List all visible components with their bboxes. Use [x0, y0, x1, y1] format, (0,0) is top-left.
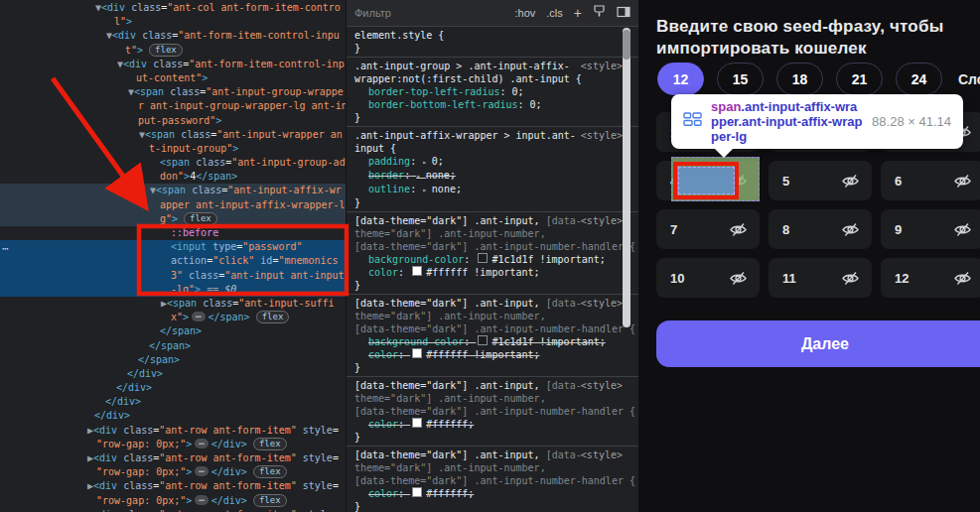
css-selector[interactable]: wrapper:not(:first-child) .ant-input {: [354, 72, 630, 85]
dom-tree-line[interactable]: put-password">: [0, 114, 346, 128]
seed-word-cell[interactable]: 8: [769, 209, 872, 249]
dom-tree-line[interactable]: </span>: [0, 324, 346, 338]
dom-tree-line[interactable]: ▶<div class="ant-row ant-form-item" styl…: [0, 508, 346, 512]
ellipsis-expand-button[interactable]: ⋯: [195, 439, 208, 448]
scrollbar-thumb[interactable]: [623, 30, 630, 60]
color-swatch[interactable]: [478, 253, 488, 263]
word-count-pill-24[interactable]: 24: [896, 63, 942, 95]
ellipsis-expand-button[interactable]: ⋯: [195, 466, 208, 476]
dom-tree-line[interactable]: -lg"> == $0: [0, 283, 346, 297]
css-property[interactable]: color: #ffffff;: [354, 487, 630, 500]
color-swatch[interactable]: [412, 348, 422, 358]
flex-badge[interactable]: flex: [184, 212, 217, 225]
css-selector[interactable]: [data-theme="dark"] .ant-input-number-ha…: [354, 474, 630, 487]
color-swatch[interactable]: [412, 266, 422, 276]
stylesheet-link[interactable]: <style>: [581, 448, 623, 461]
flex-badge[interactable]: flex: [253, 438, 287, 450]
color-swatch[interactable]: [478, 335, 488, 345]
dom-tree-line[interactable]: 3" class="ant-input ant-input: [0, 269, 346, 283]
dom-tree-line[interactable]: apper ant-input-affix-wrapper-l: [0, 198, 346, 212]
dom-tree-line[interactable]: <span class="ant-input-group-ad: [0, 156, 346, 170]
seed-word-cell[interactable]: 7: [656, 209, 760, 249]
dom-tree-line[interactable]: l">: [0, 15, 346, 29]
seed-word-cell[interactable]: 11: [769, 258, 872, 298]
word-count-pill-21[interactable]: 21: [836, 63, 883, 95]
css-property[interactable]: background-color: #1c1d1f !important;: [354, 335, 630, 348]
color-swatch[interactable]: [412, 418, 422, 428]
seed-word-cell[interactable]: 9: [881, 209, 980, 249]
seed-word-cell[interactable]: 6: [881, 161, 980, 200]
stylesheet-link[interactable]: <style>: [581, 129, 623, 142]
stylesheet-link[interactable]: <style>: [581, 60, 623, 72]
dom-tree-line[interactable]: ▼<span class="ant-input-group-wrappe: [0, 85, 346, 99]
css-selector[interactable]: theme="dark"] .ant-input-number,: [354, 461, 630, 474]
dom-tree-line[interactable]: "row-gap: 0px;">⋯</div>flex: [0, 494, 346, 508]
toggle-sidebar-icon[interactable]: [617, 6, 630, 21]
eye-invisible-icon[interactable]: [953, 172, 972, 191]
dom-tree-line[interactable]: "row-gap: 0px;">⋯</div>flex: [0, 465, 346, 479]
flex-badge[interactable]: flex: [149, 44, 183, 57]
dom-tree-line[interactable]: </span>: [0, 353, 346, 367]
dom-tree-line[interactable]: ▼<div class="ant-col ant-form-item-contr…: [0, 1, 346, 15]
dom-tree-line[interactable]: ut-content">: [0, 71, 346, 85]
rendering-emulation-icon[interactable]: [593, 5, 606, 21]
seed-word-cell[interactable]: 12: [881, 258, 980, 298]
dom-tree-line[interactable]: ▼<span class="ant-input-wrapper an: [0, 128, 346, 142]
dom-tree-line[interactable]: ▶<div class="ant-row ant-form-item" styl…: [0, 479, 346, 493]
eye-invisible-icon[interactable]: [841, 269, 860, 288]
dom-tree-line[interactable]: ▶<div class="ant-row ant-form-item" styl…: [0, 451, 346, 465]
word-count-pill-18[interactable]: 18: [776, 63, 823, 95]
word-count-pill-15[interactable]: 15: [717, 63, 764, 95]
color-swatch[interactable]: [412, 487, 422, 497]
dom-tree-line[interactable]: g">flex: [0, 212, 346, 226]
flex-badge[interactable]: flex: [253, 465, 287, 478]
stylesheet-link[interactable]: <style>: [581, 297, 623, 310]
eye-invisible-icon[interactable]: [953, 269, 972, 288]
dom-tree-line[interactable]: x">⋯</span>flex: [0, 311, 346, 324]
dom-tree-line[interactable]: </span>: [0, 339, 346, 353]
toggle-hover-state-button[interactable]: :hov: [515, 7, 536, 20]
css-property[interactable]: outline: ▸ none;: [354, 183, 630, 196]
ellipsis-expand-button[interactable]: ⋯: [192, 312, 205, 321]
css-property[interactable]: border: ▸ none;: [354, 169, 630, 183]
dom-tree-line[interactable]: ▶<span class="ant-input-suffi: [0, 297, 346, 311]
dom-tree-line[interactable]: ▼<span class="ant-input-affix-wr: [0, 184, 346, 197]
css-property[interactable]: color: #ffffff !important;: [354, 348, 630, 361]
css-selector[interactable]: input {: [354, 142, 630, 155]
dom-tree-line[interactable]: t">flex: [0, 44, 346, 58]
flex-badge[interactable]: flex: [253, 494, 287, 507]
dom-tree-line[interactable]: </div>: [0, 409, 346, 423]
css-selector[interactable]: element.style {: [354, 29, 630, 42]
css-selector[interactable]: [data-theme="dark"] .ant-input-number-ha…: [354, 405, 630, 418]
seed-word-cell[interactable]: 10: [656, 258, 760, 298]
word-count-pill-12[interactable]: 12: [657, 63, 704, 95]
css-selector[interactable]: [data-theme="dark"] .ant-input-number-ha…: [354, 240, 630, 253]
toggle-class-button[interactable]: .cls: [546, 7, 563, 20]
eye-invisible-icon[interactable]: [729, 220, 748, 239]
dom-tree-line[interactable]: "row-gap: 0px;">⋯</div>flex: [0, 438, 346, 451]
css-selector[interactable]: theme="dark"] .ant-input-number,: [354, 227, 630, 240]
eye-invisible-icon[interactable]: [729, 269, 748, 288]
dom-tree-line[interactable]: don">4</span>: [0, 170, 346, 184]
dom-tree-line[interactable]: </div>: [0, 381, 346, 395]
css-property[interactable]: border-top-left-radius: 0;: [354, 85, 630, 98]
css-property[interactable]: padding: ▸ 0;: [354, 155, 630, 169]
eye-invisible-icon[interactable]: [841, 220, 860, 239]
seed-word-cell[interactable]: 5: [769, 161, 872, 200]
new-style-rule-button[interactable]: +: [574, 8, 582, 18]
css-selector[interactable]: theme="dark"] .ant-input-number,: [354, 310, 630, 322]
dom-tree-line[interactable]: ▼<div class="ant-form-item-control-inp: [0, 58, 346, 71]
css-selector[interactable]: theme="dark"] .ant-input-number,: [354, 392, 630, 405]
dom-tree-line[interactable]: </div>: [0, 367, 346, 381]
stylesheet-link[interactable]: <style>: [581, 214, 623, 227]
styles-scrollbar[interactable]: [623, 28, 630, 327]
eye-invisible-icon[interactable]: [841, 172, 860, 191]
dom-tree-line[interactable]: ::before: [0, 226, 346, 240]
next-button[interactable]: Далее: [656, 320, 980, 367]
dom-tree-line[interactable]: action="click" id="mnemonics: [0, 254, 346, 268]
styles-filter-input[interactable]: Фильтр: [354, 7, 391, 20]
dom-tree-line[interactable]: ▶<div class="ant-row ant-form-item" styl…: [0, 424, 346, 438]
stylesheet-link[interactable]: <style>: [581, 379, 623, 392]
dom-tree-line[interactable]: ▼<div class="ant-form-item-control-inpu: [0, 29, 346, 43]
dom-tree-line[interactable]: <input type="password": [0, 240, 346, 254]
